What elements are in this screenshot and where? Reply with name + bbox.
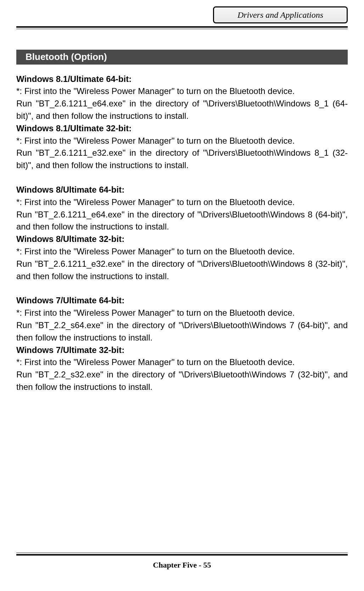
os-entry: Windows 8.1/Ultimate 64-bit: *: First in… [16,73,348,122]
page-content: Bluetooth (Option) Windows 8.1/Ultimate … [0,28,364,393]
os-heading: Windows 7/Ultimate 32-bit: [16,344,348,357]
os-group: Windows 8.1/Ultimate 64-bit: *: First in… [16,73,348,172]
os-body: Run "BT_2.2_s64.exe" in the directory of… [16,319,348,344]
os-body: Run "BT_2.6.1211_e64.exe" in the directo… [16,209,348,233]
os-body: Run "BT_2.6.1211_e64.exe" in the directo… [16,98,348,122]
os-entry: Windows 8.1/Ultimate 32-bit: *: First in… [16,122,348,172]
os-group: Windows 8/Ultimate 64-bit: *: First into… [16,184,348,282]
chapter-badge: Drivers and Applications [213,6,348,23]
page-footer: Chapter Five - 55 [16,553,348,570]
header-rule [16,26,348,29]
os-heading: Windows 8/Ultimate 64-bit: [16,184,348,196]
os-body: Run "BT_2.2_s32.exe" in the directory of… [16,369,348,393]
os-note: *: First into the "Wireless Power Manage… [16,135,348,147]
os-group: Windows 7/Ultimate 64-bit: *: First into… [16,294,348,393]
footer-rule [16,553,348,556]
os-heading: Windows 8.1/Ultimate 32-bit: [16,122,348,135]
chapter-label: Drivers and Applications [237,10,323,20]
section-title-bar: Bluetooth (Option) [16,50,348,65]
page-header: Drivers and Applications [0,0,364,28]
os-note: *: First into the "Wireless Power Manage… [16,245,348,258]
os-note: *: First into the "Wireless Power Manage… [16,356,348,369]
os-heading: Windows 7/Ultimate 64-bit: [16,294,348,307]
os-heading: Windows 8/Ultimate 32-bit: [16,233,348,245]
section-title: Bluetooth (Option) [26,50,107,64]
page-number-label: Chapter Five - 55 [16,560,348,570]
os-entry: Windows 7/Ultimate 32-bit: *: First into… [16,344,348,393]
os-entry: Windows 8/Ultimate 32-bit: *: First into… [16,233,348,282]
os-body: Run "BT_2.6.1211_e32.exe" in the directo… [16,147,348,172]
os-heading: Windows 8.1/Ultimate 64-bit: [16,73,348,85]
os-entry: Windows 7/Ultimate 64-bit: *: First into… [16,294,348,344]
os-note: *: First into the "Wireless Power Manage… [16,307,348,319]
os-note: *: First into the "Wireless Power Manage… [16,85,348,98]
os-note: *: First into the "Wireless Power Manage… [16,196,348,209]
os-body: Run "BT_2.6.1211_e32.exe" in the directo… [16,258,348,283]
os-entry: Windows 8/Ultimate 64-bit: *: First into… [16,184,348,233]
